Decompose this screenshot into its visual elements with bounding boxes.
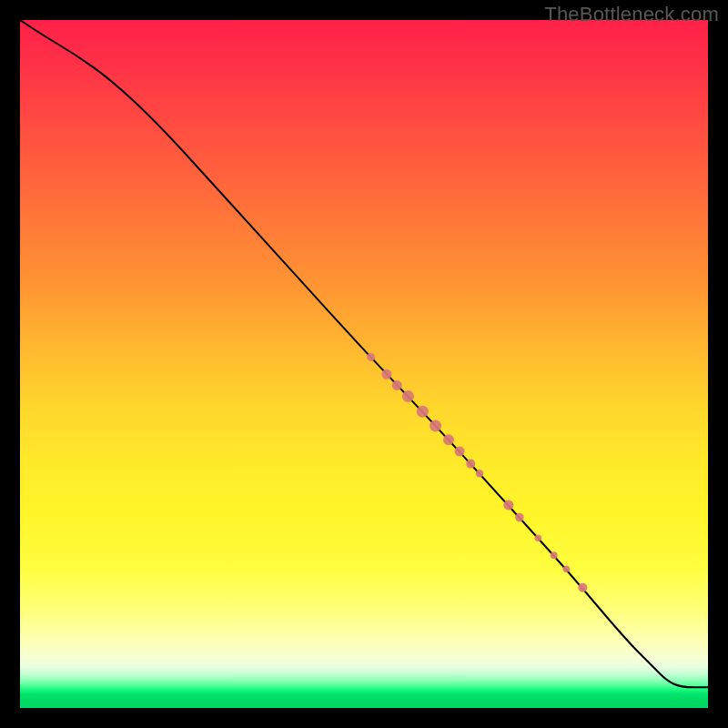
data-point	[476, 470, 483, 477]
data-point	[417, 406, 429, 418]
data-points	[367, 353, 587, 592]
data-point	[381, 369, 391, 379]
data-point	[563, 566, 571, 573]
curve-line	[20, 20, 708, 687]
watermark-text: TheBottleneck.com	[544, 3, 719, 26]
data-point	[503, 500, 513, 511]
data-point	[443, 434, 454, 445]
data-point	[402, 390, 414, 402]
data-point	[578, 583, 587, 592]
data-point	[515, 513, 524, 522]
data-point	[455, 447, 465, 457]
data-point	[430, 420, 441, 432]
data-point	[392, 380, 402, 390]
chart-stage: TheBottleneck.com	[0, 0, 728, 728]
data-point	[535, 535, 542, 542]
data-point	[551, 551, 558, 559]
data-point	[367, 353, 375, 361]
plot-area	[20, 20, 708, 708]
chart-overlay	[20, 20, 708, 708]
data-point	[466, 460, 475, 469]
